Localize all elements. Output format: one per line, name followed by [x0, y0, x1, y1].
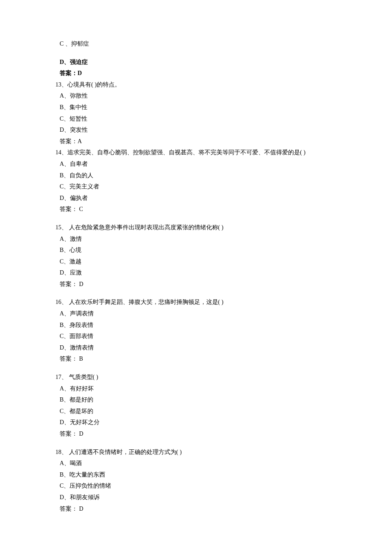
- q17-answer: 答案： D: [55, 428, 337, 440]
- spacer: [55, 290, 337, 297]
- q18-answer: 答案： D: [55, 503, 337, 515]
- spacer: [55, 50, 337, 57]
- q13-option-d: D、突发性: [55, 124, 337, 136]
- q18-option-c: C、压抑负性的情绪: [55, 480, 337, 492]
- q14-option-d: D、偏执者: [55, 193, 337, 204]
- q18-option-a: A、喝酒: [55, 458, 337, 469]
- q13-option-a: A、弥散性: [55, 90, 337, 102]
- q18-option-d: D、和朋友倾诉: [55, 492, 337, 503]
- q12-answer: 答案：D: [55, 68, 337, 79]
- spacer: [55, 215, 337, 222]
- q14-answer: 答案： C: [55, 204, 337, 215]
- q16-option-a: A、声调表情: [55, 308, 337, 320]
- q15-option-b: B、心境: [55, 245, 337, 256]
- q16-answer: 答案： B: [55, 353, 337, 365]
- spacer: [55, 440, 337, 447]
- q17-option-c: C、都是坏的: [55, 406, 337, 417]
- q17-option-d: D、无好坏之分: [55, 417, 337, 428]
- q13-stem: 13、心境具有( )的特点。: [55, 79, 337, 91]
- q18-stem: 18、 人们遭遇不良情绪时，正确的处理方式为( ): [55, 447, 337, 458]
- q16-stem: 16、 人在欢乐时手舞足蹈、捧腹大笑，悲痛时捶胸顿足，这是( ): [55, 297, 337, 308]
- q13-option-c: C、短暂性: [55, 113, 337, 125]
- q17-option-b: B、都是好的: [55, 394, 337, 406]
- q15-option-d: D、应激: [55, 267, 337, 279]
- q15-stem: 15、 人在危险紧急意外事件出现时表现出高度紧张的情绪化称( ): [55, 222, 337, 234]
- q15-option-a: A、激情: [55, 234, 337, 245]
- q16-option-d: D、激情表情: [55, 342, 337, 354]
- q13-option-b: B、集中性: [55, 102, 337, 113]
- q14-stem: 14、追求完美、自尊心脆弱、控制欲望强、自视甚高、将不完美等同于不可爱、不值得爱…: [55, 147, 337, 159]
- q12-option-c: C 、抑郁症: [55, 38, 337, 50]
- q16-option-c: C、面部表情: [55, 331, 337, 342]
- q17-stem: 17、 气质类型( ): [55, 372, 337, 383]
- q16-option-b: B、身段表情: [55, 320, 337, 331]
- q14-option-b: B、自负的人: [55, 170, 337, 182]
- q17-option-a: A、有好好坏: [55, 383, 337, 395]
- q14-option-a: A、自卑者: [55, 159, 337, 170]
- q18-option-b: B、吃大量的东西: [55, 469, 337, 481]
- q12-option-d: D、强迫症: [55, 57, 337, 68]
- q15-answer: 答案： D: [55, 279, 337, 290]
- spacer: [55, 365, 337, 372]
- q13-answer: 答案：A: [55, 136, 337, 147]
- q15-option-c: C、激越: [55, 256, 337, 268]
- q14-option-c: C、完美主义者: [55, 181, 337, 193]
